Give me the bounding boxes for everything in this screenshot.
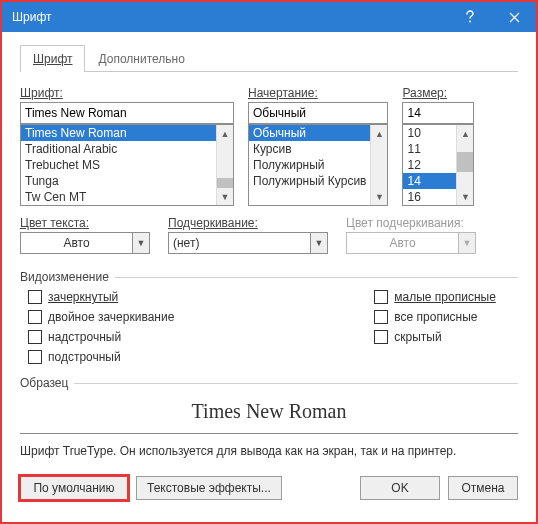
list-item[interactable]: Обычный: [249, 125, 370, 141]
font-color-combo[interactable]: Авто ▼: [20, 232, 150, 254]
checkbox-subscript[interactable]: подстрочный: [28, 350, 174, 364]
ok-button[interactable]: OK: [360, 476, 440, 500]
checkbox-superscript[interactable]: надстрочный: [28, 330, 174, 344]
help-button[interactable]: [448, 2, 492, 32]
size-input[interactable]: [402, 102, 474, 124]
list-item[interactable]: 12: [403, 157, 456, 173]
list-item[interactable]: 11: [403, 141, 456, 157]
list-item[interactable]: Полужирный: [249, 157, 370, 173]
cancel-button[interactable]: Отмена: [448, 476, 518, 500]
titlebar: Шрифт: [2, 2, 536, 32]
list-item[interactable]: Tw Cen MT: [21, 189, 216, 205]
size-label: Размер:: [402, 86, 474, 100]
size-listbox[interactable]: 10 11 12 14 16 ▲ ▼: [402, 124, 474, 206]
list-item[interactable]: Times New Roman: [21, 125, 216, 141]
font-color-label: Цвет текста:: [20, 216, 150, 230]
chevron-down-icon[interactable]: ▼: [310, 232, 328, 254]
scrollbar[interactable]: ▲ ▼: [216, 125, 233, 205]
checkbox-hidden[interactable]: скрытый: [374, 330, 496, 344]
style-listbox[interactable]: Обычный Курсив Полужирный Полужирный Кур…: [248, 124, 388, 206]
underline-color-label: Цвет подчеркивания:: [346, 216, 476, 230]
list-item[interactable]: Курсив: [249, 141, 370, 157]
window-title: Шрифт: [12, 10, 448, 24]
set-default-button[interactable]: По умолчанию: [20, 476, 128, 500]
text-effects-button[interactable]: Текстовые эффекты...: [136, 476, 282, 500]
checkbox-strikethrough[interactable]: зачеркнутый: [28, 290, 174, 304]
tab-bar: Шрифт Дополнительно: [20, 44, 518, 72]
scrollbar[interactable]: ▲ ▼: [370, 125, 387, 205]
underline-style-label: Подчеркивание:: [168, 216, 328, 230]
style-label: Начертание:: [248, 86, 388, 100]
font-listbox[interactable]: Times New Roman Traditional Arabic Trebu…: [20, 124, 234, 206]
font-label: Шрифт:: [20, 86, 234, 100]
list-item[interactable]: 14: [403, 173, 456, 189]
scrollbar[interactable]: ▲ ▼: [456, 125, 473, 205]
close-button[interactable]: [492, 2, 536, 32]
tab-font[interactable]: Шрифт: [20, 45, 85, 72]
list-item[interactable]: Traditional Arabic: [21, 141, 216, 157]
underline-color-combo: Авто ▼: [346, 232, 476, 254]
sample-preview: Times New Roman: [20, 390, 518, 434]
font-input[interactable]: [20, 102, 234, 124]
list-item[interactable]: 10: [403, 125, 456, 141]
checkbox-smallcaps[interactable]: малые прописные: [374, 290, 496, 304]
checkbox-allcaps[interactable]: все прописные: [374, 310, 496, 324]
effects-group-label: Видоизменение: [20, 270, 518, 284]
list-item[interactable]: Полужирный Курсив: [249, 173, 370, 189]
tab-advanced[interactable]: Дополнительно: [85, 45, 197, 72]
list-item[interactable]: 16: [403, 189, 456, 205]
chevron-down-icon: ▼: [458, 232, 476, 254]
list-item[interactable]: Trebuchet MS: [21, 157, 216, 173]
style-input[interactable]: [248, 102, 388, 124]
list-item[interactable]: Tunga: [21, 173, 216, 189]
chevron-down-icon[interactable]: ▼: [132, 232, 150, 254]
underline-style-combo[interactable]: (нет) ▼: [168, 232, 328, 254]
sample-group-label: Образец: [20, 376, 518, 390]
checkbox-double-strikethrough[interactable]: двойное зачеркивание: [28, 310, 174, 324]
font-hint: Шрифт TrueType. Он используется для выво…: [20, 444, 518, 458]
